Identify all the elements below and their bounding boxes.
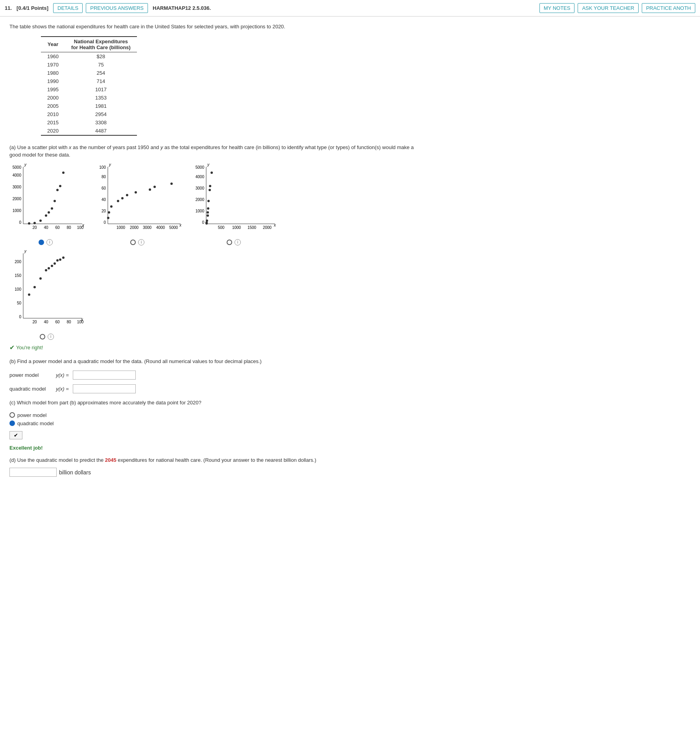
svg-text:x: x [179,223,182,227]
quadratic-option-radio[interactable] [9,420,15,426]
prediction-input[interactable] [9,468,57,477]
svg-point-65 [205,221,208,224]
svg-text:0: 0 [202,220,204,225]
svg-text:1000: 1000 [196,209,205,213]
svg-point-96 [59,258,61,261]
svg-point-45 [126,194,128,196]
power-func-notation: y(x) = [56,372,69,378]
table-cell-year: 2015 [41,118,65,127]
chart4-radio[interactable] [40,334,45,339]
power-model-option[interactable]: power model [9,412,423,418]
quadratic-model-input[interactable] [73,384,136,393]
correct-text: You're right! [16,345,43,350]
svg-text:4000: 4000 [13,173,22,177]
svg-text:100: 100 [99,165,106,170]
part-d-label: (d) Use the quadratic model to predict t… [9,456,423,464]
chart3-radio[interactable] [227,240,232,245]
svg-point-21 [54,200,56,202]
chart2-info-icon[interactable]: i [138,239,144,245]
svg-point-69 [207,207,209,210]
svg-point-90 [39,277,42,280]
table-row: 19951017 [41,85,137,94]
svg-text:80: 80 [102,175,106,179]
table-cell-year: 1995 [41,85,65,94]
table-row: 20001353 [41,94,137,102]
chart3-svg: 0 1000 2000 3000 4000 5000 500 1000 1500… [190,163,277,238]
part-b-label: (b) Find a power model and a quadratic m… [9,358,423,365]
svg-point-66 [206,219,208,222]
table-row: 20051981 [41,102,137,110]
power-option-radio[interactable] [9,412,15,418]
scatter-chart-2: 0 20 40 60 80 100 1000 2000 3000 4000 50… [92,163,183,245]
chart3-info-icon[interactable]: i [235,239,241,245]
svg-text:80: 80 [66,320,71,324]
details-button[interactable]: DETAILS [53,3,83,13]
svg-point-92 [48,267,50,269]
table-cell-year: 2010 [41,110,65,118]
svg-point-93 [51,265,53,267]
table-cell-year: 1990 [41,77,65,85]
chart2-radio[interactable] [130,240,136,245]
practice-another-button[interactable]: PRACTICE ANOTH [642,3,695,13]
svg-text:20: 20 [32,320,37,324]
svg-text:60: 60 [55,225,60,230]
svg-text:60: 60 [55,320,60,324]
svg-point-20 [51,207,53,210]
chart2-radio-row: i [130,239,144,245]
quadratic-model-label: quadratic model [9,386,53,392]
my-notes-button[interactable]: MY NOTES [539,3,575,13]
svg-point-91 [45,269,47,271]
svg-point-40 [107,217,109,219]
svg-point-24 [62,172,65,174]
svg-text:40: 40 [44,320,48,324]
power-option-label: power model [17,412,46,418]
svg-point-88 [28,293,30,296]
svg-point-49 [170,183,173,185]
scatter-plots-row: 0 1000 2000 3000 4000 5000 20 40 60 80 1… [9,163,423,245]
scatter-chart-1: 0 1000 2000 3000 4000 5000 20 40 60 80 1… [9,163,84,245]
table-cell-value: 4487 [65,127,137,135]
excellent-message: Excellent job! [9,445,423,451]
svg-point-89 [33,286,36,288]
table-cell-year: 1970 [41,61,65,69]
table-cell-value: 254 [65,69,137,77]
svg-point-22 [56,189,59,191]
table-row: 20153308 [41,118,137,127]
table-cell-value: 1017 [65,85,137,94]
chart1-info-icon[interactable]: i [46,239,53,245]
previous-answers-button[interactable]: PREVIOUS ANSWERS [86,3,148,13]
part-c-label: (c) Which model from part (b) approximat… [9,399,423,407]
chart2-wrap: 0 20 40 60 80 100 1000 2000 3000 4000 50… [92,163,183,238]
svg-point-43 [117,200,119,202]
col-year-header: Year [41,37,65,52]
svg-text:5000: 5000 [169,225,178,230]
svg-text:2000: 2000 [13,197,22,201]
power-model-row: power model y(x) = [9,371,423,380]
svg-point-70 [207,200,210,202]
svg-text:2000: 2000 [130,225,139,230]
svg-text:150: 150 [15,273,21,278]
svg-text:60: 60 [102,186,106,190]
svg-text:80: 80 [66,225,71,230]
svg-text:1000: 1000 [13,208,22,213]
svg-text:y: y [24,163,27,167]
svg-point-97 [62,256,65,259]
correct-message: ✔ You're right! [9,344,423,351]
quadratic-model-option[interactable]: quadratic model [9,420,423,426]
chart4-info-icon[interactable]: i [48,334,54,340]
part-c-section: power model quadratic model ✔ [9,412,423,439]
svg-point-95 [56,259,59,262]
chart1-radio[interactable] [39,240,44,245]
chart1-svg: 0 1000 2000 3000 4000 5000 20 40 60 80 1… [9,163,84,238]
chart4-svg: 0 50 100 150 200 20 40 60 80 100 x y [9,249,84,332]
svg-text:3000: 3000 [13,185,22,189]
table-cell-value: $28 [65,52,137,61]
svg-text:3000: 3000 [143,225,152,230]
check-button[interactable]: ✔ [9,431,22,439]
power-model-input[interactable] [73,371,136,380]
svg-text:y: y [109,163,111,167]
problem-id: HARMATHAP12 2.5.036. [153,5,211,11]
table-cell-year: 1980 [41,69,65,77]
ask-teacher-button[interactable]: ASK YOUR TEACHER [578,3,638,13]
chart4-wrap: 0 50 100 150 200 20 40 60 80 100 x y [9,249,84,332]
